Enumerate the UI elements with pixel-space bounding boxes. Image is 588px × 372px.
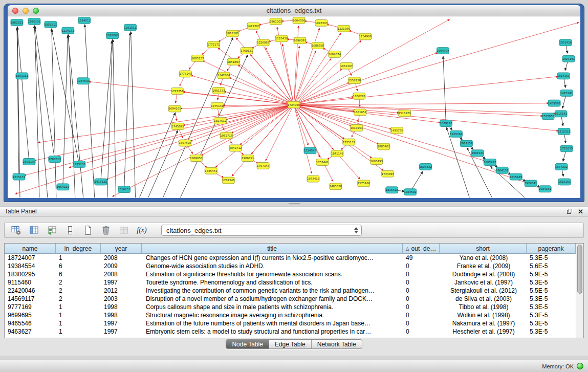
graph-node[interactable]: 1986131 (28, 18, 40, 25)
graph-node[interactable]: 1857508 (179, 140, 191, 146)
tab-node-table[interactable]: Node Table (226, 340, 269, 348)
network-graph[interactable]: 1684074168695016960911125430122608317601… (8, 16, 580, 198)
graph-node[interactable]: 1415131 (94, 179, 106, 185)
table-row[interactable]: 946554611997Estimation of the future num… (5, 319, 576, 327)
new-file-icon[interactable] (82, 225, 94, 236)
graph-node[interactable]: 1951416 (559, 39, 572, 46)
column-header-out_de[interactable]: △out_de… (403, 244, 440, 254)
graph-node[interactable]: 1818181 (226, 30, 238, 37)
panel-splitter[interactable] (0, 202, 588, 206)
graph-node[interactable]: 1590135 (23, 159, 35, 165)
graph-node[interactable]: 1851897 (227, 58, 239, 65)
table-row[interactable]: 2242004622012Investigating the contribut… (5, 287, 576, 295)
graph-node[interactable]: 1615141 (555, 111, 567, 117)
graph-node[interactable]: 1815149 (510, 173, 522, 180)
graph-node[interactable]: 1685137 (191, 55, 204, 61)
graph-node[interactable]: 1934151 (539, 186, 551, 192)
minimize-window-button[interactable] (23, 8, 29, 14)
graph-node[interactable]: 1952715 (220, 132, 232, 139)
graph-node[interactable]: 1954021 (57, 184, 69, 190)
column-chooser-icon[interactable] (29, 225, 40, 236)
graph-node[interactable]: 1516121 (398, 110, 410, 117)
column-header-short[interactable]: short (440, 244, 527, 254)
graph-node[interactable]: 1125430 (275, 35, 288, 42)
graph-node[interactable]: 1677202 (555, 163, 568, 170)
graph-node[interactable]: 1459581 (548, 100, 560, 106)
graph-node[interactable]: 1558238 (349, 77, 361, 84)
close-panel-icon[interactable]: ✕ (578, 208, 583, 215)
graph-node[interactable]: 1815161 (558, 179, 571, 185)
graph-node[interactable]: 1412203 (247, 23, 260, 29)
graph-node[interactable]: 1651311 (16, 73, 28, 79)
zoom-window-button[interactable] (33, 8, 39, 14)
graph-node[interactable]: 1862021 (11, 19, 23, 26)
graph-node[interactable]: 1631651 (354, 109, 366, 116)
graph-node[interactable]: 1605493 (371, 158, 383, 165)
table-selector[interactable]: citations_edges.txt (161, 225, 362, 236)
graph-node[interactable]: 1927141 (562, 55, 575, 62)
column-header-name[interactable]: name (5, 244, 56, 254)
graph-node[interactable]: 1815161 (450, 130, 462, 137)
table-row[interactable]: 1830029562008Estimation of significance … (5, 270, 576, 278)
import-table-icon[interactable] (47, 225, 58, 236)
float-panel-icon[interactable] (567, 208, 573, 214)
graph-node[interactable]: 1885401 (378, 143, 390, 150)
row-editor-icon[interactable] (64, 225, 76, 236)
table-row[interactable]: 969969511998Structural magnetic resonanc… (5, 311, 576, 319)
graph-node[interactable]: 1485038 (330, 183, 342, 190)
graph-node[interactable]: 1760121 (241, 48, 253, 54)
graph-node[interactable]: 1745093 (171, 123, 184, 130)
vertical-scrollbar[interactable] (576, 244, 583, 338)
graph-node[interactable]: 1961307 (340, 62, 353, 69)
graph-node[interactable]: 1744093 (381, 170, 394, 177)
column-header-year[interactable]: year (101, 244, 142, 254)
graph-node[interactable]: 1261511 (124, 24, 136, 31)
graph-node[interactable]: 1514545 (304, 147, 316, 154)
delete-table-icon[interactable] (100, 225, 112, 236)
graph-node[interactable]: 1221390 (338, 25, 351, 32)
splitter-handle[interactable] (289, 203, 300, 205)
graph-node[interactable]: 1772171 (207, 41, 220, 48)
column-header-title[interactable]: title (142, 244, 403, 254)
graph-node[interactable]: 1975141 (211, 102, 223, 109)
graph-node[interactable]: 1851311 (45, 21, 57, 28)
graph-node[interactable]: 1609653 (190, 155, 203, 162)
graph-node[interactable]: 1664794 (437, 48, 449, 54)
function-builder-icon[interactable]: f(x) (136, 225, 147, 236)
graph-node[interactable]: 1924541 (525, 180, 537, 187)
graph-node[interactable]: 1614511 (78, 17, 91, 24)
graph-node[interactable]: 1725441 (205, 167, 217, 174)
graph-node[interactable]: 1605417 (484, 159, 496, 166)
graph-node[interactable]: 1721035 (560, 145, 573, 152)
graph-node[interactable]: 1987533 (77, 78, 90, 84)
graph-node[interactable]: 1684074 (329, 51, 341, 58)
graph-node[interactable]: 1097343 (315, 19, 328, 26)
graph-node[interactable]: 1904151 (496, 167, 508, 173)
window-titlebar[interactable]: citations_edges.txt (8, 5, 580, 16)
graph-node[interactable]: 1762341 (222, 177, 234, 184)
tab-network-table[interactable]: Network Table (311, 340, 362, 348)
graph-node[interactable]: 1752441 (316, 159, 329, 166)
graph-node[interactable]: 1315131 (13, 173, 25, 180)
graph-node[interactable]: 1515958 (542, 113, 555, 120)
graph-node[interactable]: 1154908 (359, 33, 372, 40)
graph-node[interactable]: 1815131 (73, 161, 85, 168)
graph-node[interactable]: 1226083 (257, 39, 270, 46)
graph-node[interactable]: 1724096 (288, 101, 300, 108)
memory-status-indicator[interactable] (577, 363, 583, 369)
table-row[interactable]: 1938455462009Genome-wide association stu… (5, 262, 576, 270)
graph-node[interactable]: 1210351 (558, 128, 570, 135)
graph-node[interactable]: 1986711 (242, 155, 254, 162)
column-header-pagerank[interactable]: pagerank (527, 244, 576, 254)
graph-node[interactable]: 1777143 (179, 71, 192, 77)
table-row[interactable]: 911546021997Tourette syndrome. Phenomeno… (5, 278, 576, 287)
graph-node[interactable]: 1664050 (293, 17, 306, 24)
graph-node[interactable]: 1425141 (560, 90, 573, 96)
graph-node[interactable]: 1656281 (353, 93, 365, 99)
table-settings-icon[interactable] (11, 225, 22, 236)
table-row[interactable]: 1872400712008Changes of HCN gene express… (5, 254, 576, 262)
graph-node[interactable]: 1827512 (214, 118, 226, 124)
graph-node[interactable]: 1914151 (460, 140, 472, 147)
graph-node[interactable]: 1961002 (270, 18, 282, 25)
graph-node[interactable]: 1924502 (404, 189, 416, 195)
